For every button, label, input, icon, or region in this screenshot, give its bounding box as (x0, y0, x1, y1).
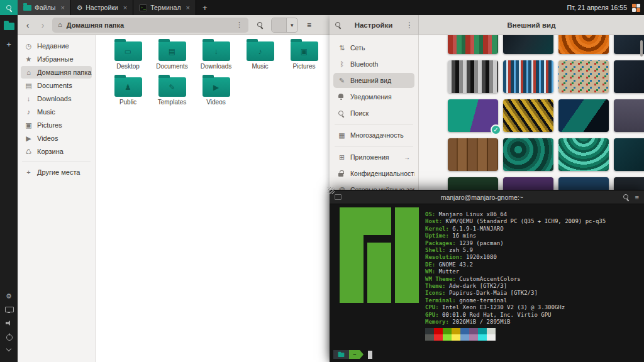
settings-title: Настройки (345, 21, 402, 29)
dock-item-power[interactable] (1, 332, 16, 340)
folder-item[interactable]: ▣Pictures (282, 41, 326, 70)
top-bar: Файлы×⚙Настройки×Терминал× + Пт, 21 апре… (0, 0, 644, 15)
dock-item-files[interactable] (1, 20, 16, 33)
resize-handle[interactable] (328, 187, 335, 194)
dock-top: + (1, 20, 16, 55)
grid-view-button[interactable] (272, 18, 287, 32)
forward-button[interactable]: › (37, 18, 48, 32)
page-title: Внешний вид (508, 21, 556, 29)
main-menu-button[interactable]: ≡ (302, 18, 317, 33)
view-options-button[interactable]: ▾ (287, 18, 297, 32)
neofetch-line: OS: Manjaro Linux x86_64 (425, 211, 606, 218)
close-icon[interactable]: × (60, 4, 64, 11)
files-headerbar: ‹ › ⌂ Домашняя папка ⋮ ▾ ≡ (18, 15, 330, 35)
sidebar-item-pictures[interactable]: ▣Pictures (21, 119, 92, 131)
sidebar-item-other-locations[interactable]: +Другие места (21, 166, 92, 178)
wallpaper-thumb[interactable] (614, 60, 644, 93)
wallpaper-thumb[interactable] (448, 35, 498, 54)
dock-item-display[interactable] (1, 305, 16, 314)
palette-swatch (425, 334, 434, 341)
wallpaper-thumb[interactable] (614, 138, 644, 171)
sidebar-item-home[interactable]: ⌂Домашняя папка (21, 66, 92, 79)
wallpaper-thumb[interactable]: ✓ (448, 99, 498, 132)
dock-item-new[interactable]: + (1, 38, 16, 50)
folder-item[interactable]: ♟Public (106, 77, 150, 106)
palette-swatch (434, 334, 443, 341)
users-icon: ♟ (114, 77, 142, 97)
close-icon[interactable]: × (186, 4, 190, 11)
close-icon[interactable]: × (123, 4, 127, 11)
settings-item-applications[interactable]: ⊞Приложения→ (333, 150, 414, 165)
path-bar[interactable]: ⌂ Домашняя папка ⋮ (52, 18, 248, 33)
new-tab-button[interactable]: + (196, 3, 214, 13)
sidebar-item-label: Другие места (37, 168, 80, 176)
sidebar-item-videos[interactable]: ▶Videos (21, 132, 92, 145)
global-search-button[interactable] (0, 0, 18, 15)
prompt-arrow-icon (360, 350, 364, 359)
wallpaper-thumb[interactable] (448, 138, 498, 171)
folder-label: Music (238, 63, 282, 70)
tab-label: Файлы (35, 4, 55, 11)
dock-item-settings[interactable]: ⚙ (1, 292, 16, 300)
back-button[interactable]: ‹ (22, 18, 33, 32)
settings-item-label: Конфиденциальность (350, 170, 414, 177)
neofetch-key: Theme: (425, 283, 446, 289)
wallpaper-thumb[interactable] (503, 60, 553, 93)
neofetch-line: Shell: zsh 5.9 (425, 247, 606, 254)
sidebar-item-starred[interactable]: ★Избранные (21, 53, 92, 65)
dock-item-hide[interactable] (1, 345, 16, 353)
folder-item[interactable]: ↓Downloads (194, 41, 238, 70)
search-icon[interactable] (335, 21, 341, 28)
sidebar-item-recent[interactable]: ◷Недавние (21, 40, 92, 52)
settings-item-multitasking[interactable]: ▦Многозадачность (333, 128, 414, 143)
sidebar-item-downloads[interactable]: ↓Downloads (21, 92, 92, 105)
settings-item-appearance[interactable]: ✎Внешний вид (333, 73, 414, 88)
terminal-cursor (368, 351, 372, 359)
wallpaper-thumb[interactable] (503, 35, 553, 54)
path-menu-icon[interactable]: ⋮ (236, 21, 243, 29)
neofetch-key: Shell: (425, 247, 446, 253)
app-grid-icon[interactable] (632, 4, 640, 12)
wallpaper-thumb[interactable] (503, 99, 553, 132)
folder-item[interactable]: ▤Documents (150, 41, 194, 70)
tab-terminal[interactable]: Терминал× (133, 0, 196, 15)
search-button[interactable] (252, 18, 267, 33)
search-icon[interactable] (623, 194, 630, 200)
folder-item[interactable]: ✎Templates (150, 77, 194, 106)
settings-item-notifications[interactable]: Уведомления (333, 89, 414, 104)
scrollbar[interactable] (640, 40, 643, 57)
tab-settings[interactable]: ⚙Настройки× (71, 0, 133, 15)
prompt-context-chip (333, 350, 349, 359)
folder-item[interactable]: ▭Desktop (106, 41, 150, 70)
wallpaper-thumb[interactable] (614, 99, 644, 132)
wallpaper-thumb[interactable] (448, 60, 498, 93)
wallpaper-thumb[interactable] (558, 138, 609, 171)
neofetch-key: CPU: (425, 304, 439, 310)
menu-icon[interactable]: ≡ (635, 194, 639, 201)
sidebar-item-trash[interactable]: ♺Корзина (21, 145, 92, 158)
sidebar-item-documents[interactable]: ▤Documents (21, 79, 92, 92)
wallpaper-thumb[interactable] (558, 35, 609, 54)
grid-view-icon (275, 21, 282, 28)
folder-item[interactable]: ♪Music (238, 41, 282, 70)
wallpaper-thumb[interactable] (614, 35, 644, 54)
wallpaper-thumb[interactable] (558, 99, 609, 132)
plus-icon: + (6, 40, 11, 48)
wallpaper-thumb[interactable] (503, 138, 553, 171)
search-icon (6, 4, 13, 11)
dock-item-volume[interactable] (1, 319, 16, 327)
tab-files[interactable]: Файлы× (18, 0, 71, 15)
wallpaper-thumb[interactable] (558, 60, 609, 93)
terminal-tab-icon[interactable] (335, 194, 341, 200)
folder-item[interactable]: ▶Videos (194, 77, 238, 106)
settings-item-privacy[interactable]: Конфиденциальность→ (333, 166, 414, 181)
appearance-icon: ✎ (338, 77, 346, 84)
sidebar-item-music[interactable]: ♪Music (21, 106, 92, 118)
clock[interactable]: Пт, 21 апреля 16:55 (567, 4, 627, 11)
menu-icon[interactable]: ⋮ (406, 21, 413, 30)
settings-item-network[interactable]: ⇅Сеть (333, 40, 414, 55)
view-toggle[interactable]: ▾ (271, 18, 298, 33)
settings-item-search[interactable]: Поиск (333, 106, 414, 121)
terminal-body[interactable]: OS: Manjaro Linux x86_64Host: KVM/QEMU (… (330, 204, 644, 362)
settings-item-bluetooth[interactable]: ᛒBluetooth (333, 57, 414, 72)
